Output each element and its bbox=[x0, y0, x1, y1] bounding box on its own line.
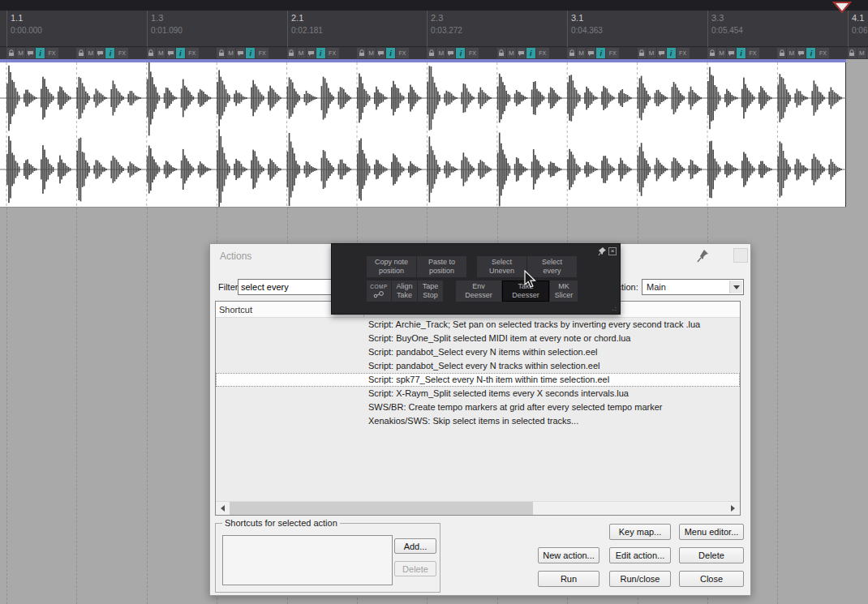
item-fx-button[interactable]: FX bbox=[677, 48, 690, 58]
item-mute-button[interactable]: M bbox=[577, 48, 586, 58]
edit-action-button[interactable]: Edit action... bbox=[609, 547, 671, 563]
item-notes-button[interactable] bbox=[376, 48, 385, 58]
item-info-button[interactable]: i bbox=[667, 48, 676, 58]
item-fx-button[interactable]: FX bbox=[466, 48, 479, 58]
item-mute-button[interactable]: M bbox=[787, 48, 796, 58]
action-list-row[interactable]: Script: Archie_Track; Set pan on selecte… bbox=[216, 318, 740, 332]
item-fx-button[interactable]: FX bbox=[746, 48, 759, 58]
item-lock-button[interactable] bbox=[638, 48, 647, 58]
scroll-right-arrow[interactable] bbox=[726, 502, 740, 515]
toolbar-button-comp[interactable]: COMP bbox=[367, 281, 391, 302]
item-notes-button[interactable] bbox=[727, 48, 736, 58]
toolbar-button-mk-slicer[interactable]: MKSlicer bbox=[550, 281, 578, 302]
run-close-button[interactable]: Run/close bbox=[609, 571, 671, 587]
item-fx-button[interactable]: FX bbox=[606, 48, 619, 58]
toolbar-button-paste-to-position[interactable]: Paste toposition bbox=[417, 256, 466, 277]
item-info-button[interactable]: i bbox=[737, 48, 746, 58]
action-list-row[interactable]: Script: X-Raym_Split selected items ever… bbox=[216, 387, 740, 401]
item-info-button[interactable]: i bbox=[806, 48, 815, 58]
toolbar-button-tape-stop[interactable]: TapeStop bbox=[418, 281, 443, 302]
toolbar-button-select-uneven[interactable]: SelectUneven bbox=[477, 256, 526, 277]
item-info-button[interactable]: i bbox=[456, 48, 465, 58]
timeline-ruler[interactable]: 1.1 0:00.000 1.3 0:01.090 2.1 0:02.181 2… bbox=[0, 0, 868, 47]
waveform-area[interactable] bbox=[0, 62, 846, 207]
item-fx-button[interactable]: FX bbox=[115, 48, 128, 58]
run-button[interactable]: Run bbox=[538, 571, 599, 587]
delete-shortcut-button[interactable]: Delete bbox=[394, 561, 436, 576]
item-fx-button[interactable]: FX bbox=[326, 48, 339, 58]
action-list-row[interactable]: Xenakios/SWS: Skip select items in selec… bbox=[216, 414, 740, 428]
item-mute-button[interactable]: M bbox=[297, 48, 306, 58]
horizontal-scrollbar[interactable] bbox=[216, 501, 740, 515]
item-lock-button[interactable] bbox=[567, 48, 576, 58]
item-mute-button[interactable]: M bbox=[367, 48, 376, 58]
item-fx-button[interactable]: FX bbox=[536, 48, 549, 58]
toolbar-pin-icon[interactable] bbox=[598, 246, 607, 256]
item-notes-button[interactable] bbox=[166, 48, 175, 58]
dock-button[interactable] bbox=[733, 248, 748, 263]
scroll-left-arrow[interactable] bbox=[216, 502, 230, 515]
item-lock-button[interactable] bbox=[357, 48, 366, 58]
item-mute-button[interactable]: M bbox=[507, 48, 516, 58]
action-list-row[interactable]: SWS/BR: Create tempo markers at grid aft… bbox=[216, 401, 740, 414]
action-list-row[interactable]: Script: BuyOne_Split selected MIDI item … bbox=[216, 332, 740, 345]
item-fx-button[interactable]: FX bbox=[256, 48, 269, 58]
close-button[interactable]: Close bbox=[679, 571, 744, 587]
item-lock-button[interactable] bbox=[217, 48, 226, 58]
item-lock-button[interactable] bbox=[777, 48, 786, 58]
item-notes-button[interactable] bbox=[446, 48, 455, 58]
action-list-row[interactable]: Script: spk77_Select every N-th item wit… bbox=[216, 373, 740, 387]
toolbar-button-copy-note-position[interactable]: Copy noteposition bbox=[367, 256, 416, 277]
item-mute-button[interactable]: M bbox=[16, 48, 25, 58]
item-fx-button[interactable]: FX bbox=[816, 48, 829, 58]
item-notes-button[interactable] bbox=[26, 48, 35, 58]
toolbar-button-align-take[interactable]: AlignTake bbox=[392, 281, 417, 302]
scrollbar-thumb[interactable] bbox=[230, 502, 533, 515]
item-mute-button[interactable]: M bbox=[717, 48, 726, 58]
item-lock-button[interactable] bbox=[287, 48, 296, 58]
key-map-button[interactable]: Key map... bbox=[609, 524, 671, 540]
item-info-button[interactable]: i bbox=[246, 48, 255, 58]
item-lock-button[interactable] bbox=[497, 48, 506, 58]
item-mute-button[interactable]: M bbox=[226, 48, 235, 58]
toolbar-button-env-deesser[interactable]: EnvDeesser bbox=[456, 281, 501, 302]
item-lock-button[interactable] bbox=[147, 48, 156, 58]
action-list-row[interactable]: Script: pandabot_Select every N tracks w… bbox=[216, 359, 740, 373]
item-info-button[interactable]: i bbox=[316, 48, 325, 58]
item-info-button[interactable]: i bbox=[36, 48, 45, 58]
item-lock-button[interactable] bbox=[427, 48, 436, 58]
item-fx-button[interactable]: FX bbox=[186, 48, 199, 58]
item-mute-button[interactable]: M bbox=[436, 48, 445, 58]
item-info-button[interactable]: i bbox=[176, 48, 185, 58]
item-mute-button[interactable]: M bbox=[857, 48, 866, 58]
item-notes-button[interactable] bbox=[797, 48, 806, 58]
item-notes-button[interactable] bbox=[96, 48, 105, 58]
menu-editor-button[interactable]: Menu editor... bbox=[679, 524, 744, 540]
item-notes-button[interactable] bbox=[657, 48, 666, 58]
item-info-button[interactable]: i bbox=[386, 48, 395, 58]
new-action-button[interactable]: New action... bbox=[538, 547, 599, 563]
column-header-shortcut[interactable]: Shortcut bbox=[219, 305, 252, 315]
item-lock-button[interactable] bbox=[76, 48, 85, 58]
action-list-row[interactable]: Script: pandabot_Select every N items wi… bbox=[216, 345, 740, 359]
item-info-button[interactable]: i bbox=[596, 48, 605, 58]
item-mute-button[interactable]: M bbox=[86, 48, 95, 58]
resize-grip[interactable]: .: bbox=[612, 305, 617, 312]
item-info-button[interactable]: i bbox=[526, 48, 535, 58]
item-lock-button[interactable] bbox=[848, 48, 857, 58]
item-fx-button[interactable]: FX bbox=[45, 48, 58, 58]
project-marker-icon[interactable] bbox=[832, 1, 852, 14]
item-notes-button[interactable] bbox=[307, 48, 316, 58]
item-notes-button[interactable] bbox=[587, 48, 595, 58]
add-shortcut-button[interactable]: Add... bbox=[394, 538, 436, 554]
section-dropdown[interactable]: Main bbox=[642, 279, 744, 295]
pin-icon[interactable] bbox=[697, 248, 710, 263]
delete-action-button[interactable]: Delete bbox=[679, 547, 744, 563]
item-fx-button[interactable]: FX bbox=[396, 48, 409, 58]
item-notes-button[interactable] bbox=[236, 48, 245, 58]
item-info-button[interactable]: i bbox=[105, 48, 114, 58]
item-lock-button[interactable] bbox=[707, 48, 716, 58]
item-mute-button[interactable]: M bbox=[157, 48, 165, 58]
item-notes-button[interactable] bbox=[517, 48, 526, 58]
shortcut-listbox[interactable] bbox=[222, 535, 393, 585]
